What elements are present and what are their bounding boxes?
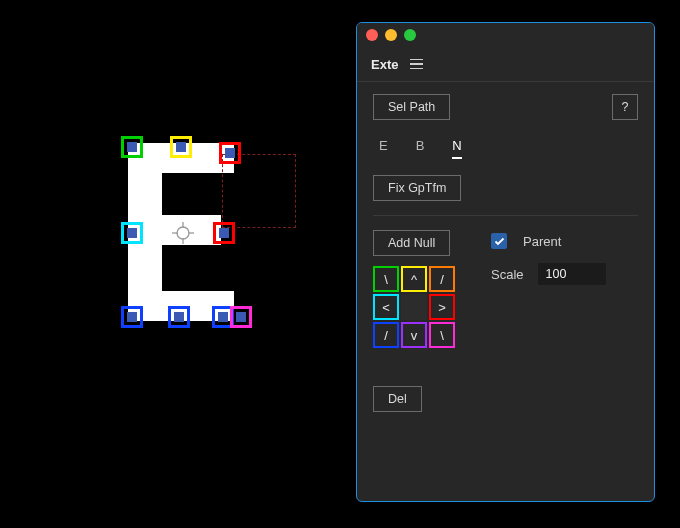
parent-label: Parent <box>523 234 561 249</box>
tab-b[interactable]: B <box>416 138 425 159</box>
null-left[interactable] <box>121 222 143 244</box>
window-close-icon[interactable] <box>366 29 378 41</box>
null-top-left[interactable] <box>121 136 143 158</box>
sel-path-button[interactable]: Sel Path <box>373 94 450 120</box>
null-top-right[interactable] <box>219 142 241 164</box>
del-button[interactable]: Del <box>373 386 422 412</box>
selection-bbox <box>222 154 296 228</box>
dir-right[interactable]: > <box>429 294 455 320</box>
scale-input[interactable] <box>538 263 606 285</box>
add-null-button[interactable]: Add Null <box>373 230 450 256</box>
extension-panel: Exte Sel Path ? E B N Fix GpTfm Add Null… <box>356 22 655 502</box>
dir-bottom-right[interactable]: \ <box>429 322 455 348</box>
panel-header: Exte <box>357 47 654 82</box>
null-bottom[interactable] <box>168 306 190 328</box>
anchor-icon <box>172 222 190 240</box>
scale-label: Scale <box>491 267 524 282</box>
dir-top-right[interactable]: / <box>429 266 455 292</box>
null-top[interactable] <box>170 136 192 158</box>
null-bottom-left[interactable] <box>121 306 143 328</box>
null-right[interactable] <box>213 222 235 244</box>
help-button[interactable]: ? <box>612 94 638 120</box>
panel-menu-icon[interactable] <box>410 59 423 70</box>
tab-bar: E B N <box>379 138 638 159</box>
divider <box>373 215 638 216</box>
window-zoom-icon[interactable] <box>404 29 416 41</box>
window-traffic-lights <box>366 29 416 41</box>
dir-bottom[interactable]: v <box>401 322 427 348</box>
null-bottom-right-pink[interactable] <box>230 306 252 328</box>
dir-top-left[interactable]: \ <box>373 266 399 292</box>
window-minimize-icon[interactable] <box>385 29 397 41</box>
dir-center <box>401 294 427 320</box>
dir-top[interactable]: ^ <box>401 266 427 292</box>
comp-viewport <box>0 0 355 528</box>
fix-gptfm-button[interactable]: Fix GpTfm <box>373 175 461 201</box>
parent-checkbox[interactable] <box>491 233 507 249</box>
direction-grid: \ ^ / < > / v \ <box>373 266 455 348</box>
window-titlebar <box>357 23 654 47</box>
tab-n[interactable]: N <box>452 138 461 159</box>
svg-point-0 <box>177 227 189 239</box>
dir-left[interactable]: < <box>373 294 399 320</box>
dir-bottom-left[interactable]: / <box>373 322 399 348</box>
panel-title: Exte <box>371 57 398 72</box>
tab-e[interactable]: E <box>379 138 388 159</box>
